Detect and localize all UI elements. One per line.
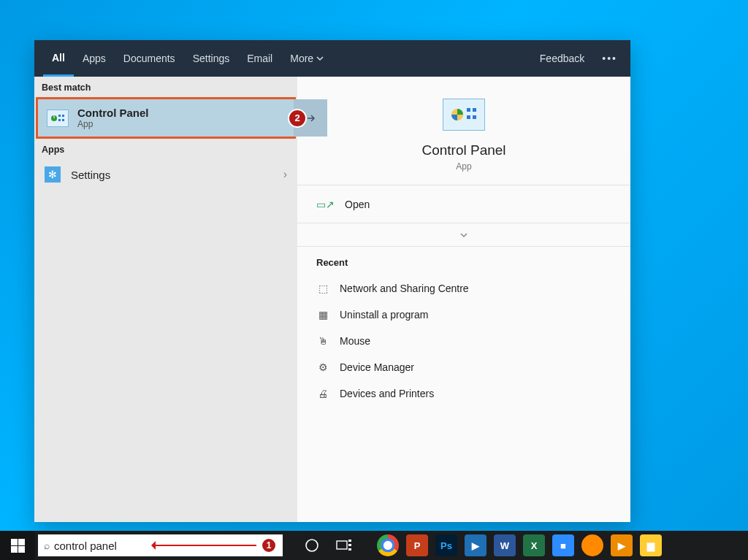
svg-rect-7: [473, 108, 476, 112]
taskbar-app-zoom[interactable]: ■: [552, 534, 574, 556]
gear-icon: ✻: [45, 166, 61, 183]
taskbar-app-photoshop[interactable]: Ps: [435, 534, 457, 556]
preview-pane: Control Panel App ▭↗ Open Recent ⬚Networ…: [297, 77, 630, 522]
recent-mouse[interactable]: 🖱Mouse: [316, 328, 611, 354]
taskbar-app-firefox[interactable]: [581, 534, 603, 556]
recent-item-label: Devices and Printers: [340, 388, 434, 399]
tab-documents[interactable]: Documents: [115, 40, 184, 77]
device-manager-icon: ⚙: [316, 361, 329, 373]
svg-rect-14: [348, 548, 351, 551]
svg-rect-9: [473, 115, 476, 119]
taskbar-app-chrome[interactable]: [377, 534, 399, 556]
recent-item-label: Network and Sharing Centre: [340, 283, 469, 294]
annotation-badge-1: 1: [261, 537, 277, 553]
more-options-button[interactable]: •••: [598, 40, 622, 77]
taskbar-app-video-editor[interactable]: ▶: [465, 534, 486, 556]
recent-item-label: Mouse: [340, 335, 370, 347]
recent-heading: Recent: [316, 257, 611, 268]
result-title: Control Panel: [77, 107, 149, 119]
annotation-badge-2: 2: [288, 109, 307, 128]
search-icon: ⌕: [44, 540, 50, 551]
start-button[interactable]: [0, 531, 35, 560]
result-subtitle: App: [77, 119, 149, 129]
svg-rect-13: [348, 544, 351, 546]
taskbar-app-excel[interactable]: X: [523, 534, 545, 556]
task-view-icon: [336, 539, 352, 552]
network-icon: ⬚: [316, 283, 329, 294]
svg-rect-3: [58, 119, 61, 121]
open-icon: ▭↗: [316, 199, 335, 210]
control-panel-icon: [47, 110, 69, 127]
result-control-panel[interactable]: Control Panel App 2: [36, 97, 296, 139]
result-settings-label: Settings: [71, 169, 110, 181]
circle-icon: [305, 538, 319, 553]
open-action[interactable]: ▭↗ Open: [297, 185, 630, 223]
taskbar-search-box[interactable]: ⌕ 1: [38, 534, 283, 556]
svg-rect-1: [58, 115, 61, 117]
tab-apps[interactable]: Apps: [74, 40, 115, 77]
taskbar: ⌕ 1 P Ps ▶ W X ■ ▶ ▆: [0, 531, 748, 560]
svg-rect-4: [62, 119, 64, 121]
control-panel-icon: [443, 99, 485, 131]
task-view-button[interactable]: [328, 531, 360, 560]
start-search-panel: All Apps Documents Settings Email More F…: [34, 40, 630, 522]
recent-device-manager[interactable]: ⚙Device Manager: [316, 354, 611, 380]
chevron-down-icon: [459, 230, 469, 240]
svg-rect-2: [62, 115, 64, 117]
mouse-icon: 🖱: [316, 335, 329, 347]
printer-icon: 🖨: [316, 388, 329, 399]
svg-rect-11: [337, 541, 347, 549]
result-settings[interactable]: ✻ Settings ›: [34, 159, 297, 190]
expand-actions-button[interactable]: [297, 223, 630, 247]
preview-title: Control Panel: [421, 142, 505, 158]
svg-point-10: [306, 540, 318, 551]
taskbar-app-powerpoint[interactable]: P: [406, 534, 428, 556]
taskbar-app-word[interactable]: W: [494, 534, 516, 556]
taskbar-app-media-player[interactable]: ▶: [611, 534, 633, 556]
annotation-arrow: [154, 545, 256, 546]
results-column: Best match Control Panel App 2 Apps ✻ Se…: [34, 77, 297, 522]
tab-all[interactable]: All: [43, 40, 74, 77]
tab-more[interactable]: More: [281, 40, 332, 77]
open-label: Open: [345, 199, 370, 210]
tab-settings[interactable]: Settings: [184, 40, 239, 77]
programs-icon: ▦: [316, 309, 329, 321]
recent-devices-printers[interactable]: 🖨Devices and Printers: [316, 380, 611, 407]
tab-more-label: More: [290, 53, 313, 64]
windows-logo-icon: [11, 539, 25, 553]
taskbar-pinned-apps: P Ps ▶ W X ■ ▶ ▆: [373, 531, 665, 560]
tab-email[interactable]: Email: [238, 40, 281, 77]
preview-subtitle: App: [456, 161, 471, 172]
recent-uninstall-program[interactable]: ▦Uninstall a program: [316, 302, 611, 328]
taskbar-app-file-explorer[interactable]: ▆: [640, 534, 662, 556]
svg-rect-6: [467, 108, 470, 112]
recent-item-label: Device Manager: [340, 361, 414, 373]
recent-network-sharing[interactable]: ⬚Network and Sharing Centre: [316, 275, 611, 302]
svg-rect-8: [467, 115, 470, 119]
svg-rect-12: [348, 540, 351, 542]
apps-heading: Apps: [34, 139, 297, 159]
feedback-link[interactable]: Feedback: [531, 40, 593, 77]
chevron-right-icon: ›: [283, 168, 287, 181]
chevron-down-icon: [316, 55, 324, 62]
best-match-heading: Best match: [34, 77, 297, 97]
cortana-button[interactable]: [296, 531, 328, 560]
recent-item-label: Uninstall a program: [340, 309, 428, 321]
search-filter-tabs: All Apps Documents Settings Email More F…: [34, 40, 630, 77]
